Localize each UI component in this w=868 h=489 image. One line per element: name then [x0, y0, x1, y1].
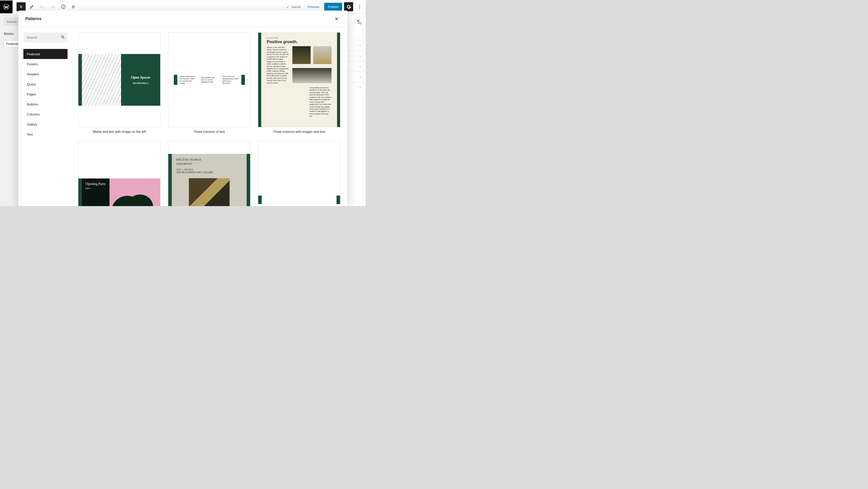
category-gallery[interactable]: Gallery [23, 119, 68, 129]
category-label: Gallery [27, 123, 37, 126]
preview-line: FRAGMENTS [176, 162, 242, 165]
patterns-modal-close-button[interactable] [333, 15, 340, 23]
preview-eyebrow: ECOSYSTEM [267, 37, 332, 39]
category-label: Columns [27, 112, 40, 116]
patterns-modal: Patterns Featured Footers Headers Query [18, 10, 347, 206]
patterns-search-wrap [23, 32, 68, 42]
preview-line: 20/4 — 9/9/2021 [176, 168, 242, 171]
category-query[interactable]: Query [23, 79, 68, 89]
category-label: Text [27, 133, 33, 136]
patterns-modal-header: Patterns [18, 10, 347, 27]
preview-image [313, 46, 332, 64]
pattern-preview [258, 196, 340, 206]
svg-point-5 [62, 36, 64, 38]
pattern-caption: Media and text with image on the left [78, 130, 160, 134]
category-label: Featured [27, 52, 40, 56]
pattern-card: Get a virtual tour of the museum. Ideal … [168, 32, 250, 134]
pattern-thumb-sketch[interactable] [258, 140, 340, 206]
pattern-preview: HÉLÈNE DUMAS FRAGMENTS 20/4 — 9/9/2021 S… [168, 154, 250, 206]
category-footers[interactable]: Footers [23, 59, 68, 69]
preview-heading: Positive growth. [267, 40, 332, 44]
pattern-card [258, 140, 340, 206]
preview-link: See case study ↗ [133, 82, 149, 84]
pattern-preview: Get a virtual tour of the museum. Ideal … [168, 75, 250, 85]
category-label: Buttons [27, 102, 38, 106]
category-pages[interactable]: Pages [23, 89, 68, 99]
preview-body: Nature, in the common sense, refers to e… [267, 46, 289, 84]
search-icon [61, 35, 65, 40]
pattern-thumb-media-text[interactable]: Open Spaces See case study ↗ [78, 32, 160, 127]
pattern-caption: Three columns with images and text [258, 130, 340, 134]
category-label: Query [27, 82, 36, 86]
category-label: Headers [27, 72, 39, 76]
preview-link: RSVP → [85, 188, 106, 189]
preview-image [262, 196, 337, 206]
preview-body: Undoubtedly we have no questions to ask … [309, 87, 332, 118]
pattern-preview: Open Spaces See case study ↗ [79, 54, 160, 106]
preview-col: Get to know our opening times, ticket pr… [220, 75, 241, 84]
pattern-thumb-three-cols-text[interactable]: Get a virtual tour of the museum. Ideal … [168, 32, 250, 127]
category-buttons[interactable]: Buttons [23, 99, 68, 109]
preview-heading: Open Spaces [131, 75, 150, 79]
pattern-thumb-opening-party[interactable]: Opening Party RSVP → [78, 140, 160, 206]
pattern-preview: ECOSYSTEM Positive growth. Nature, in th… [258, 33, 340, 127]
preview-image [292, 46, 311, 64]
preview-col: Get a virtual tour of the museum. Ideal … [177, 75, 199, 84]
pattern-caption: Three columns of text [168, 130, 250, 134]
preview-heading: Opening Party [85, 182, 106, 186]
category-label: Pages [27, 92, 36, 96]
category-text[interactable]: Text [23, 129, 68, 139]
pattern-card: Open Spaces See case study ↗ Media and t… [78, 32, 160, 134]
category-headers[interactable]: Headers [23, 69, 68, 79]
pattern-card: Opening Party RSVP → [78, 140, 160, 206]
pattern-card: HÉLÈNE DUMAS FRAGMENTS 20/4 — 9/9/2021 S… [168, 140, 250, 206]
preview-image [189, 178, 229, 206]
preview-col: Stay updated and see our current exhibit… [199, 76, 220, 83]
pattern-thumb-three-cols-images[interactable]: ECOSYSTEM Positive growth. Nature, in th… [258, 32, 340, 127]
patterns-modal-overlay: Patterns Featured Footers Headers Query [0, 0, 366, 206]
category-columns[interactable]: Columns [23, 109, 68, 119]
patterns-modal-title: Patterns [25, 17, 41, 21]
pattern-card: ECOSYSTEM Positive growth. Nature, in th… [258, 32, 340, 134]
preview-image [292, 68, 332, 83]
preview-line: SOUTH LONDON ART GALLERY [176, 171, 242, 174]
preview-line: HÉLÈNE DUMAS [176, 158, 242, 162]
pattern-preview: Opening Party RSVP → [79, 178, 160, 206]
category-featured[interactable]: Featured [23, 49, 68, 59]
pattern-category-list: Featured Footers Headers Query Pages But… [23, 49, 68, 139]
close-icon [334, 16, 339, 21]
patterns-sidebar: Featured Footers Headers Query Pages But… [18, 27, 71, 206]
patterns-grid-wrap: Open Spaces See case study ↗ Media and t… [71, 27, 347, 206]
category-label: Footers [27, 62, 38, 66]
patterns-modal-body: Featured Footers Headers Query Pages But… [18, 27, 347, 206]
preview-image [110, 178, 160, 206]
pattern-thumb-gallery-exhibit[interactable]: HÉLÈNE DUMAS FRAGMENTS 20/4 — 9/9/2021 S… [168, 140, 250, 206]
patterns-grid: Open Spaces See case study ↗ Media and t… [78, 32, 340, 206]
